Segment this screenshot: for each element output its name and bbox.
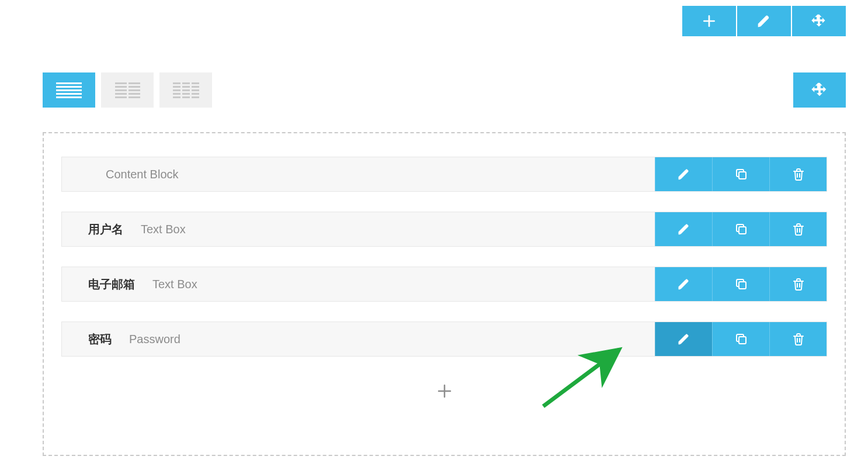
field-type: Content Block <box>106 168 179 181</box>
field-delete-button[interactable] <box>769 157 827 191</box>
fields-dropzone: Content Block 用户名 Text Box <box>43 132 846 456</box>
copy-icon <box>734 222 748 236</box>
field-copy-button[interactable] <box>712 212 769 246</box>
pencil-icon <box>677 332 691 346</box>
field-type: Password <box>129 333 180 346</box>
field-copy-button[interactable] <box>712 267 769 301</box>
field-row[interactable]: Content Block <box>61 157 827 192</box>
pencil-icon <box>756 13 772 29</box>
add-field-button[interactable] <box>61 376 827 406</box>
field-row[interactable]: 密码 Password <box>61 322 827 357</box>
svg-rect-3 <box>739 337 746 344</box>
panel-move-button[interactable] <box>793 72 846 108</box>
layout-tabs <box>43 72 212 108</box>
layout-tab-three-column[interactable] <box>159 72 212 108</box>
field-copy-button[interactable] <box>712 157 769 191</box>
field-edit-button[interactable] <box>655 322 712 356</box>
move-icon <box>811 82 828 98</box>
top-move-button[interactable] <box>792 6 846 36</box>
copy-icon <box>734 332 748 346</box>
pencil-icon <box>677 277 691 291</box>
top-toolbar <box>682 6 846 36</box>
copy-icon <box>734 167 748 181</box>
field-label: 用户名 <box>88 222 123 237</box>
trash-icon <box>791 332 805 346</box>
field-row[interactable]: 电子邮箱 Text Box <box>61 267 827 302</box>
field-label: 密码 <box>88 331 112 347</box>
layout-tab-one-column[interactable] <box>43 72 95 108</box>
trash-icon <box>791 167 805 181</box>
move-icon <box>811 13 827 29</box>
top-edit-button[interactable] <box>737 6 791 36</box>
field-edit-button[interactable] <box>655 212 712 246</box>
field-row[interactable]: 用户名 Text Box <box>61 212 827 247</box>
field-label: 电子邮箱 <box>88 277 135 292</box>
field-delete-button[interactable] <box>769 322 827 356</box>
trash-icon <box>791 222 805 236</box>
field-copy-button[interactable] <box>712 322 769 356</box>
field-type: Text Box <box>141 223 186 236</box>
editor-panel: Content Block 用户名 Text Box <box>22 36 846 463</box>
field-type: Text Box <box>152 278 197 291</box>
trash-icon <box>791 277 805 291</box>
pencil-icon <box>677 222 691 236</box>
field-delete-button[interactable] <box>769 267 827 301</box>
top-add-button[interactable] <box>682 6 736 36</box>
svg-rect-0 <box>739 172 746 179</box>
field-edit-button[interactable] <box>655 157 712 191</box>
plus-icon <box>702 13 717 29</box>
pencil-icon <box>677 167 691 181</box>
svg-rect-1 <box>739 227 746 234</box>
svg-rect-2 <box>739 282 746 289</box>
field-delete-button[interactable] <box>769 212 827 246</box>
field-edit-button[interactable] <box>655 267 712 301</box>
copy-icon <box>734 277 748 291</box>
plus-icon <box>436 382 453 400</box>
layout-tab-two-column[interactable] <box>101 72 154 108</box>
